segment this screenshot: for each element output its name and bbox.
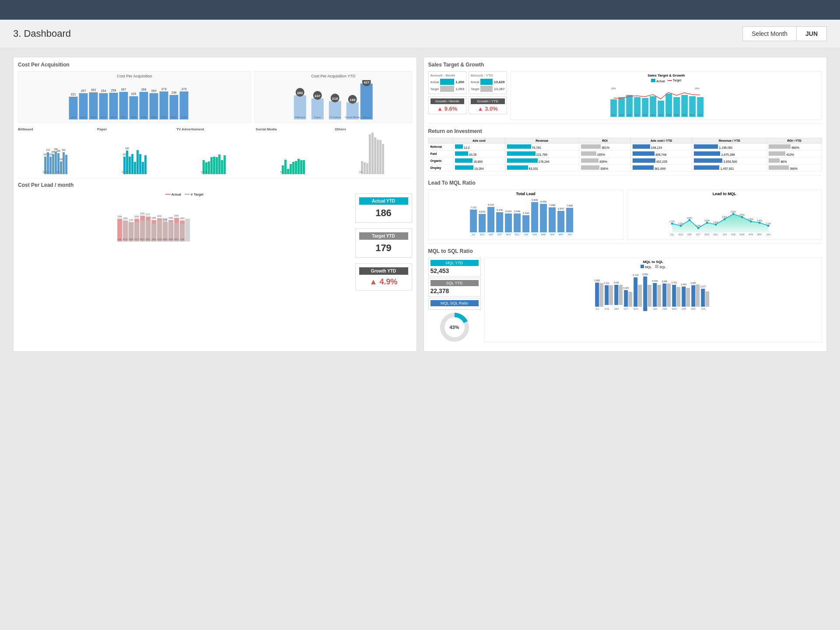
svg-text:3,667: 3,667 [690, 282, 696, 284]
svg-rect-108 [303, 160, 305, 174]
svg-text:18%: 18% [687, 217, 693, 219]
growth-ytd-value: ▲ 4.9% [370, 277, 398, 286]
tv-title: TV Advertisment [176, 127, 253, 131]
svg-rect-276 [634, 277, 637, 307]
svg-rect-96 [221, 160, 223, 174]
roi-table: Ads cost Revenue ROI Ads cost / YTD Reve… [428, 138, 822, 172]
svg-rect-214 [557, 211, 564, 232]
cost-per-lead-section: Cost Per Lead / month Actual # Target [18, 178, 412, 292]
svg-rect-113 [369, 134, 371, 174]
svg-rect-10 [119, 92, 128, 119]
svg-text:19%: 19% [722, 216, 728, 218]
svg-text:6,842: 6,842 [558, 207, 564, 210]
svg-text:17%: 17% [669, 220, 675, 223]
target-month-val: 1,093 [455, 87, 464, 91]
svg-text:7,806: 7,806 [567, 204, 573, 207]
svg-text:10%: 10% [696, 224, 701, 227]
cpl-kpis: Actual YTD 186 Target YTD 179 Growth YTD… [355, 192, 412, 292]
svg-text:258: 258 [111, 89, 116, 92]
svg-text:247: 247 [315, 94, 321, 98]
svg-text:254: 254 [101, 89, 106, 92]
svg-rect-82 [134, 162, 136, 174]
sales-chart: Sales Target & Growth Actual Target [511, 71, 822, 120]
svg-text:AUG: AUG [480, 233, 484, 236]
growth-month-val: ▲ 9.6% [430, 105, 465, 112]
svg-text:NOV: NOV [506, 233, 511, 236]
growth-ytd-val: ▲ 3.0% [471, 105, 505, 112]
svg-text:DEC: DEC [145, 238, 150, 241]
svg-text:MAR: MAR [674, 114, 679, 116]
roi-title: Return on Investment [428, 128, 822, 134]
svg-text:DEC: DEC [121, 116, 126, 119]
svg-point-249 [732, 213, 734, 215]
svg-text:SEP: SEP [614, 308, 619, 310]
mql-kpi-column: MQL YTD 52,453 SQL YTD 22,378 MQL:SQL Ra… [428, 258, 481, 343]
select-month-label: Select Month [743, 27, 797, 41]
svg-rect-106 [298, 159, 300, 174]
svg-text:6,440: 6,440 [497, 209, 503, 211]
svg-text:Billboard: Billboard [295, 116, 305, 119]
cpl-chart: Actual # Target [18, 192, 351, 292]
roi-section: Return on Investment Ads cost Revenue RO… [428, 128, 822, 175]
svg-text:4,111: 4,111 [604, 282, 609, 284]
month-selector[interactable]: Select Month JUN [742, 26, 827, 41]
svg-text:189: 189 [168, 217, 173, 219]
target-ytd-value: 179 [375, 242, 392, 253]
svg-rect-62 [52, 154, 54, 174]
svg-text:DEC: DEC [643, 308, 648, 310]
svg-text:SEP: SEP [627, 114, 632, 116]
svg-text:FEB: FEB [662, 308, 667, 310]
channel-breakdown: Billboard 215 272 218 264 286 258 158 26… [18, 127, 412, 175]
svg-text:Social Media: Social Media [345, 116, 360, 119]
mql-ytd-val: 52,453 [430, 267, 449, 274]
svg-rect-198 [487, 207, 494, 232]
svg-rect-290 [701, 289, 705, 307]
svg-text:MAY: MAY [558, 233, 563, 236]
svg-text:SEP: SEP [129, 238, 133, 241]
svg-rect-104 [292, 162, 294, 174]
sql-ytd-kpi: SQL YTD 22,378 [428, 278, 481, 297]
svg-text:JUL: JUL [117, 238, 122, 241]
svg-text:215: 215 [122, 153, 126, 156]
svg-point-244 [688, 219, 690, 221]
svg-rect-83 [136, 150, 139, 174]
cpa-charts-row: Cost Per Acquisition 221 257 262 254 258 [18, 71, 412, 123]
svg-rect-289 [696, 284, 700, 307]
svg-rect-200 [496, 212, 503, 232]
svg-rect-115 [374, 137, 376, 174]
svg-rect-286 [682, 287, 686, 307]
svg-text:JAN: JAN [658, 114, 663, 116]
total-lead-chart: Total Lead 7,212 5,875 8,016 6,440 5,914 [428, 189, 623, 240]
target-ytd-sales: 13,287 [494, 87, 504, 91]
svg-rect-116 [377, 140, 379, 174]
svg-rect-274 [624, 290, 628, 307]
svg-text:273: 273 [182, 88, 187, 91]
svg-point-243 [679, 225, 682, 227]
svg-rect-281 [657, 285, 661, 307]
svg-rect-279 [648, 285, 651, 307]
amount-ytd-label: Amount - YTD [471, 74, 505, 77]
billboard-title: Billboard [18, 127, 95, 131]
svg-rect-118 [382, 144, 384, 174]
svg-text:5,882: 5,882 [594, 279, 600, 282]
svg-text:16%: 16% [611, 87, 616, 90]
cpl-content: Actual # Target [18, 192, 412, 292]
svg-rect-270 [605, 285, 609, 305]
target-ytd-box: Target YTD 179 [355, 228, 412, 258]
svg-text:11%: 11% [766, 222, 771, 225]
target-ytd-label: Target YTD [359, 232, 408, 240]
svg-text:264: 264 [51, 150, 55, 153]
svg-text:Others: Others [363, 116, 371, 119]
cpl-title: Cost Per Lead / month [18, 182, 412, 188]
svg-point-242 [671, 223, 673, 225]
svg-text:5,914: 5,914 [505, 210, 511, 213]
actual-month-val: 1,200 [455, 80, 464, 84]
svg-text:SEP: SEP [687, 233, 692, 236]
roi-th-ads-ytd: Ads cost / YTD [630, 138, 692, 144]
svg-text:218: 218 [49, 153, 52, 156]
svg-text:AUG: AUG [619, 114, 623, 116]
svg-rect-70 [63, 152, 65, 174]
sales-section: Amount - Month Actual 1,200 Target 1,093 [428, 71, 822, 124]
svg-text:215: 215 [43, 153, 47, 156]
svg-text:5,743: 5,743 [633, 274, 638, 276]
